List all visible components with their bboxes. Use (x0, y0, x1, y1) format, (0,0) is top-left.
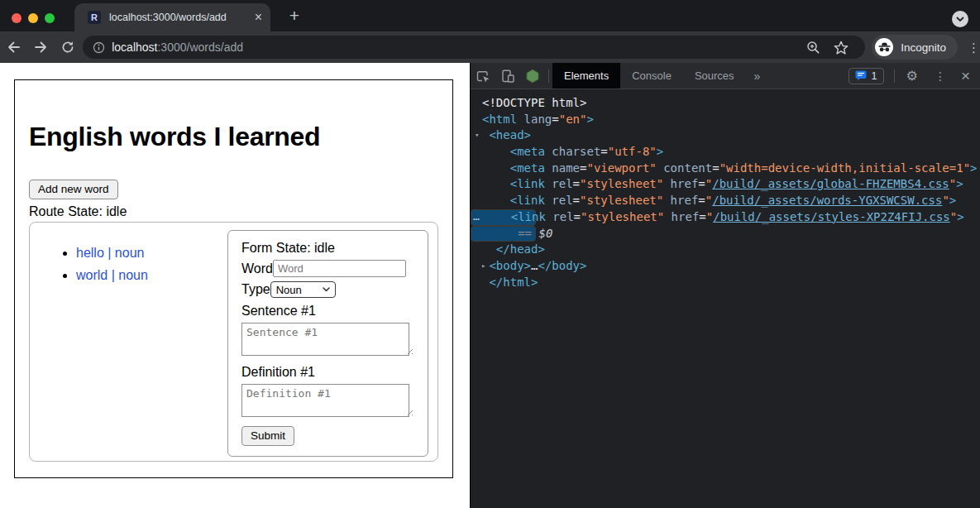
code-line[interactable]: <html lang="en"> (471, 112, 980, 128)
sentence-textarea-wrap (241, 323, 414, 356)
expand-arrow-icon[interactable]: ▸ (481, 258, 485, 275)
code-line[interactable]: ▸ <body>…</body> (471, 258, 980, 275)
node-hexagon-icon (525, 69, 540, 84)
code-line[interactable]: <link rel="stylesheet" href="/build/_ass… (471, 193, 980, 209)
url-path: :3000/words/add (157, 41, 243, 54)
remix-favicon-icon: R (88, 11, 101, 24)
code-line[interactable]: </head> (471, 242, 980, 258)
word-link-hello[interactable]: hello | noun (76, 246, 144, 260)
incognito-badge: Incognito (872, 35, 958, 60)
sentence-textarea[interactable] (241, 323, 409, 356)
back-button[interactable] (0, 41, 27, 54)
sentence-field-label: Sentence #1 (241, 304, 414, 319)
browser-window: R localhost:3000/words/add × + localhost… (0, 0, 980, 508)
definition-textarea-wrap (241, 384, 414, 417)
incognito-avatar (875, 38, 893, 56)
inspect-element-button[interactable] (471, 69, 495, 84)
devtools-close-button[interactable]: × (961, 68, 970, 84)
definition-field-label: Definition #1 (241, 365, 414, 380)
close-window-button[interactable] (12, 13, 22, 23)
zoom-button[interactable] (799, 41, 827, 55)
definition-textarea[interactable] (241, 384, 409, 417)
web-page: English words I learned Add new word Rou… (0, 63, 470, 508)
expand-arrow-icon[interactable]: ▾ (475, 127, 479, 144)
devtools-toolbar-right: 1 ⚙ ⋮ × (849, 68, 980, 84)
navigation-toolbar: localhost:3000/words/add Incognito ⋮ (0, 31, 980, 63)
devtools-settings-button[interactable]: ⚙ (906, 68, 918, 84)
word-list: hello | noun world | noun (30, 246, 148, 461)
page-title: English words I learned (29, 122, 438, 152)
more-tabs-button[interactable]: » (746, 69, 769, 83)
word-input[interactable] (273, 260, 406, 277)
add-new-word-button[interactable]: Add new word (29, 180, 118, 199)
code-line[interactable]: <meta charset="utf-8"> (471, 144, 980, 161)
code-line[interactable]: == $0 (471, 226, 536, 242)
zoom-magnifier-icon (806, 41, 820, 55)
word-link-world[interactable]: world | noun (76, 268, 148, 282)
incognito-spy-icon (878, 42, 891, 52)
bookmark-button[interactable] (827, 41, 855, 55)
issues-count: 1 (872, 70, 877, 82)
issues-counter[interactable]: 1 (849, 68, 884, 84)
browser-menu-button[interactable]: ⋮ (968, 41, 980, 54)
words-panel: hello | noun world | noun Form State: id… (29, 222, 438, 462)
route-state-text: Route State: idle (29, 204, 438, 219)
type-select[interactable]: Noun (270, 281, 336, 298)
chevron-down-icon (956, 17, 964, 22)
devtools-toolbar: Elements Console Sources » 1 ⚙ ⋮ × (471, 63, 980, 89)
node-devtools-button[interactable] (520, 69, 545, 84)
device-toolbar-icon (500, 69, 515, 84)
ellipsis-gutter-icon[interactable]: … (473, 208, 479, 225)
tab-console[interactable]: Console (620, 63, 683, 89)
tab-strip: R localhost:3000/words/add × + (0, 0, 980, 31)
list-item: hello | noun (76, 246, 148, 261)
reload-button[interactable] (54, 41, 81, 54)
forward-button[interactable] (27, 41, 55, 54)
tab-close-icon[interactable]: × (255, 11, 262, 24)
devtools-menu-button[interactable]: ⋮ (935, 70, 946, 82)
toolbar-divider (548, 69, 549, 83)
tab-sources[interactable]: Sources (683, 63, 746, 89)
address-bar[interactable]: localhost:3000/words/add (83, 36, 865, 59)
code-line[interactable]: <meta name="viewport" content="width=dev… (471, 161, 980, 177)
fullscreen-window-button[interactable] (45, 13, 55, 23)
code-line[interactable]: <link rel="stylesheet" href="/build/_ass… (471, 176, 980, 193)
toggle-device-toolbar-button[interactable] (495, 69, 520, 84)
browser-tab[interactable]: R localhost:3000/words/add × (74, 3, 270, 31)
reload-icon (61, 41, 74, 54)
code-line[interactable]: </html> (471, 275, 980, 291)
incognito-label: Incognito (901, 41, 946, 54)
chevron-down-icon (323, 287, 330, 292)
inspect-cursor-icon (476, 69, 490, 84)
submit-button[interactable]: Submit (241, 426, 294, 446)
type-field-label: Type (241, 282, 270, 297)
toolbar-divider (894, 69, 895, 83)
word-field-label: Word (241, 261, 273, 276)
tab-title: localhost:3000/words/add (109, 12, 248, 23)
type-select-value: Noun (276, 284, 323, 296)
tab-search-button[interactable] (952, 11, 968, 27)
forward-arrow-icon (34, 41, 48, 54)
page-info-icon[interactable] (93, 41, 105, 54)
code-line[interactable]: ▾ <head> (471, 127, 980, 144)
page-outer-border: English words I learned Add new word Rou… (14, 79, 453, 478)
code-line[interactable]: <!DOCTYPE html> (471, 95, 980, 112)
new-tab-button[interactable]: + (284, 6, 304, 26)
issues-bubble-icon (855, 70, 867, 81)
devtools-panel: Elements Console Sources » 1 ⚙ ⋮ × <!DOC… (470, 63, 980, 508)
code-line[interactable]: … <link rel="stylesheet" href="/build/_a… (471, 209, 536, 226)
minimize-window-button[interactable] (28, 13, 38, 23)
url-host: localhost (112, 41, 157, 54)
list-item: world | noun (76, 268, 148, 283)
back-arrow-icon (7, 41, 21, 54)
add-word-form: Form State: idle Word Type Noun Sentence… (227, 230, 428, 457)
star-icon (834, 41, 849, 55)
tab-elements[interactable]: Elements (552, 63, 620, 89)
dom-tree: <!DOCTYPE html><html lang="en">▾ <head> … (471, 89, 980, 290)
form-state-text: Form State: idle (241, 241, 414, 256)
